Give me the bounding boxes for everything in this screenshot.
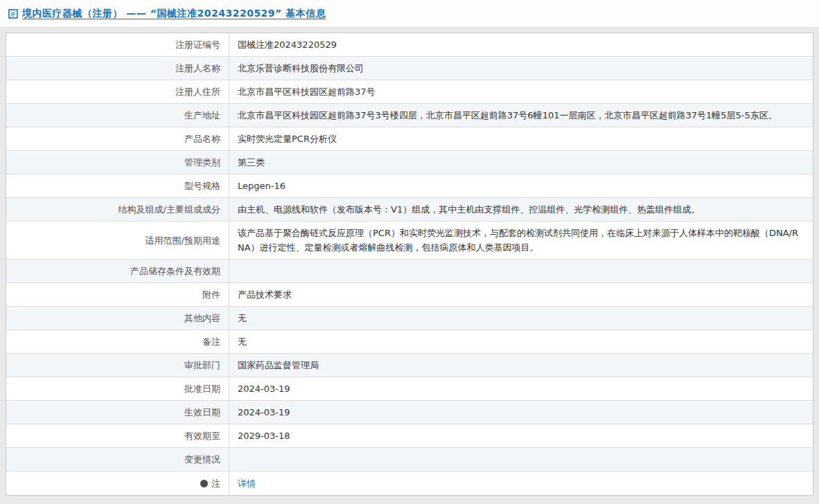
row-label-text: 批准日期	[184, 381, 220, 396]
row-value: 第三类	[229, 151, 813, 174]
row-value-text: 无	[238, 311, 247, 325]
row-label-text: 附件	[202, 287, 220, 302]
row-label: 有效期至	[6, 424, 229, 447]
row-value-text: 无	[238, 334, 247, 349]
table-row: 型号规格Lepgen-16	[6, 174, 813, 198]
note-icon	[200, 480, 208, 487]
row-value: 北京市昌平区科技园区超前路37号3号楼四层，北京市昌平区超前路37号6幢101一…	[229, 104, 813, 127]
row-label-text: 产品储存条件及有效期	[130, 264, 220, 278]
row-value: 北京市昌平区科技园区超前路37号	[229, 80, 813, 103]
table-row: 生效日期2024-03-19	[6, 401, 813, 424]
row-value: 国家药品监督管理局	[229, 354, 813, 377]
row-value: 无	[229, 330, 813, 353]
row-value-text: 北京市昌平区科技园区超前路37号	[238, 84, 376, 99]
row-label-text: 备注	[202, 334, 220, 349]
row-value-text: 产品技术要求	[238, 287, 292, 302]
row-value: 2024-03-19	[229, 401, 813, 424]
info-table: 注册证编号国械注准20243220529注册人名称北京乐普诊断科技股份有限公司注…	[6, 33, 813, 496]
row-label: 注	[6, 471, 229, 495]
row-label-text: 管理类别	[184, 155, 220, 170]
detail-link[interactable]: 详情	[238, 476, 256, 491]
table-row: 注册证编号国械注准20243220529	[6, 33, 813, 57]
row-value-text: 北京市昌平区科技园区超前路37号3号楼四层，北京市昌平区超前路37号6幢101一…	[238, 108, 777, 123]
row-value-text: 由主机、电源线和软件（发布版本号：V1）组成，其中主机由支撑组件、控温组件、光学…	[238, 202, 700, 217]
row-label-text: 注册证编号	[175, 37, 220, 52]
table-row: 产品名称实时荧光定量PCR分析仪	[6, 127, 813, 151]
table-row: 有效期至2029-03-18	[6, 424, 813, 448]
table-row: 注册人住所北京市昌平区科技园区超前路37号	[6, 80, 813, 104]
row-label: 注册人住所	[6, 80, 229, 103]
row-label: 注册人名称	[6, 57, 229, 80]
table-row: 附件产品技术要求	[6, 283, 813, 307]
row-label: 产品名称	[6, 127, 229, 150]
page-header: 境内医疗器械（注册） —— “国械注准20243220529” 基本信息	[0, 0, 819, 28]
row-value: 详情	[229, 471, 813, 495]
row-label: 注册证编号	[6, 33, 229, 56]
row-value	[229, 260, 813, 282]
row-label-text: 生产地址	[184, 108, 220, 123]
row-label-text: 其他内容	[184, 311, 220, 325]
table-row: 其他内容无	[6, 307, 813, 330]
row-value: 无	[229, 307, 813, 330]
row-label: 产品储存条件及有效期	[6, 260, 229, 282]
table-row: 批准日期2024-03-19	[6, 377, 813, 401]
row-label: 其他内容	[6, 307, 229, 330]
row-label: 型号规格	[6, 174, 229, 197]
row-value: 国械注准20243220529	[229, 33, 813, 56]
row-value-text: 国械注准20243220529	[238, 37, 337, 52]
row-value: 该产品基于聚合酶链式反应原理（PCR）和实时荧光监测技术，与配套的检测试剂共同使…	[229, 222, 813, 259]
row-value: 2024-03-19	[229, 377, 813, 400]
row-label: 批准日期	[6, 377, 229, 400]
row-value: Lepgen-16	[229, 174, 813, 197]
row-value-text: 该产品基于聚合酶链式反应原理（PCR）和实时荧光监测技术，与配套的检测试剂共同使…	[238, 226, 804, 255]
table-row: 适用范围/预期用途该产品基于聚合酶链式反应原理（PCR）和实时荧光监测技术，与配…	[6, 222, 813, 260]
row-label: 生效日期	[6, 401, 229, 424]
table-row: 审批部门国家药品监督管理局	[6, 354, 813, 377]
row-value: 2029-03-18	[229, 424, 813, 447]
table-row: 变更情况	[6, 448, 813, 471]
row-value-text: Lepgen-16	[238, 179, 285, 193]
row-label-text: 变更情况	[184, 452, 220, 467]
table-row: 注册人名称北京乐普诊断科技股份有限公司	[6, 57, 813, 80]
row-value-text: 2024-03-19	[238, 381, 290, 396]
row-label-text: 适用范围/预期用途	[146, 233, 220, 248]
document-icon	[8, 9, 18, 19]
row-label-text: 生效日期	[184, 405, 220, 420]
row-label: 变更情况	[6, 448, 229, 471]
table-row: 产品储存条件及有效期	[6, 260, 813, 283]
row-label: 生产地址	[6, 104, 229, 127]
row-label-text: 注册人名称	[175, 61, 220, 75]
row-label: 管理类别	[6, 151, 229, 174]
row-value: 由主机、电源线和软件（发布版本号：V1）组成，其中主机由支撑组件、控温组件、光学…	[229, 198, 813, 221]
row-value: 产品技术要求	[229, 283, 813, 306]
row-value-text: 第三类	[238, 155, 265, 170]
table-row: 备注无	[6, 330, 813, 354]
row-value	[229, 448, 813, 471]
row-value-text: 2029-03-18	[238, 429, 290, 443]
table-row: 注详情	[6, 471, 813, 495]
table-row: 结构及组成/主要组成成分由主机、电源线和软件（发布版本号：V1）组成，其中主机由…	[6, 198, 813, 222]
row-label: 结构及组成/主要组成成分	[6, 198, 229, 221]
row-value-text: 实时荧光定量PCR分析仪	[238, 132, 337, 146]
row-label-text: 有效期至	[184, 429, 220, 443]
row-label-text: 注	[211, 476, 220, 491]
row-label: 适用范围/预期用途	[6, 222, 229, 259]
row-label: 备注	[6, 330, 229, 353]
table-row: 管理类别第三类	[6, 151, 813, 174]
row-label: 附件	[6, 283, 229, 306]
row-label-text: 型号规格	[184, 179, 220, 193]
row-label-text: 审批部门	[184, 358, 220, 372]
row-label: 审批部门	[6, 354, 229, 377]
row-value-text: 北京乐普诊断科技股份有限公司	[238, 61, 364, 75]
table-row: 生产地址北京市昌平区科技园区超前路37号3号楼四层，北京市昌平区超前路37号6幢…	[6, 104, 813, 127]
row-value-text: 2024-03-19	[238, 405, 290, 420]
page-title: 境内医疗器械（注册） —— “国械注准20243220529” 基本信息	[22, 8, 326, 20]
row-label-text: 结构及组成/主要组成成分	[118, 202, 220, 217]
row-label-text: 产品名称	[184, 132, 220, 146]
row-value: 北京乐普诊断科技股份有限公司	[229, 57, 813, 80]
row-value: 实时荧光定量PCR分析仪	[229, 127, 813, 150]
row-value-text: 国家药品监督管理局	[238, 358, 319, 372]
row-label-text: 注册人住所	[175, 84, 220, 99]
